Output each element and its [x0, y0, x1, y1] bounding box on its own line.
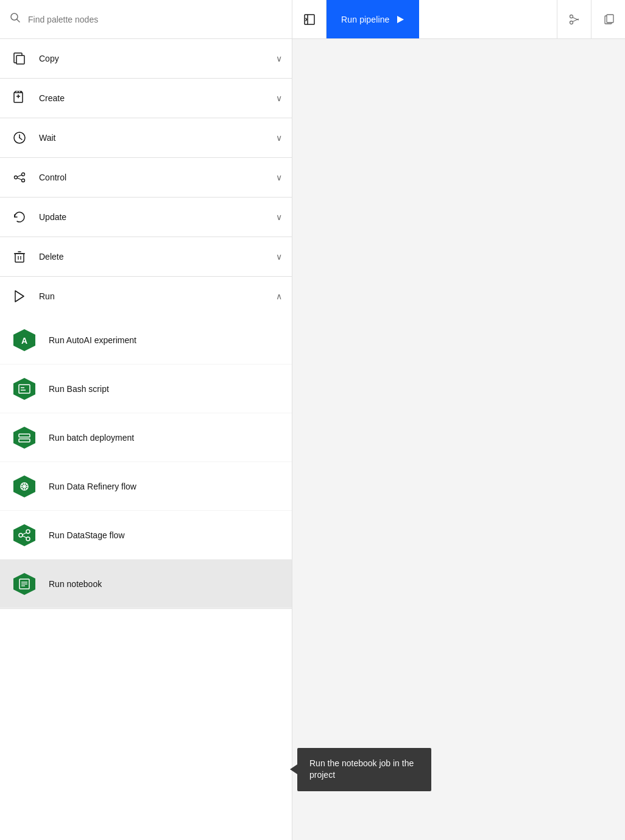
bash-node-icon [12, 377, 37, 401]
svg-line-25 [18, 178, 22, 180]
svg-line-24 [18, 175, 22, 177]
run-pipeline-button[interactable]: Run pipeline [327, 0, 419, 38]
search-area [0, 0, 292, 38]
copy-pages-button[interactable] [591, 0, 625, 38]
tooltip-box: Run the notebook job in the project [297, 748, 431, 791]
wait-chevron: ∨ [276, 133, 282, 143]
datastage-node-icon [12, 523, 37, 547]
delete-icon [10, 247, 29, 266]
svg-line-1 [17, 20, 20, 23]
category-delete-header[interactable]: Delete ∨ [0, 237, 292, 276]
category-wait: Wait ∨ [0, 118, 292, 158]
svg-rect-26 [15, 254, 24, 262]
run-autoai-item[interactable]: A Run AutoAI experiment [0, 316, 292, 365]
notebook-node-label: Run notebook [49, 579, 102, 589]
run-datastage-item[interactable]: Run DataStage flow [0, 511, 292, 560]
copy-icon [10, 49, 29, 68]
svg-text:A: A [21, 336, 27, 346]
svg-rect-12 [16, 55, 24, 64]
wait-icon [10, 128, 29, 148]
batch-node-icon [12, 425, 37, 450]
tooltip-text: Run the notebook job in the project [309, 758, 414, 780]
delete-label: Delete [39, 252, 276, 262]
bash-node-label: Run Bash script [49, 384, 109, 394]
run-icon [10, 287, 29, 306]
run-batch-item[interactable]: Run batch deployment [0, 413, 292, 462]
svg-line-20 [19, 138, 22, 140]
autoai-node-label: Run AutoAI experiment [49, 335, 136, 345]
svg-point-21 [15, 176, 18, 179]
svg-point-5 [570, 15, 573, 18]
category-update-header[interactable]: Update ∨ [0, 198, 292, 237]
tooltip-arrow [290, 764, 297, 774]
update-chevron: ∨ [276, 212, 282, 222]
svg-point-22 [22, 173, 25, 176]
wait-label: Wait [39, 133, 276, 143]
category-delete: Delete ∨ [0, 237, 292, 277]
autoai-node-icon: A [12, 328, 37, 352]
run-label: Run [39, 291, 276, 301]
canvas-area: Run the notebook job in the project [292, 39, 625, 840]
category-control: Control ∨ [0, 158, 292, 198]
search-input[interactable] [28, 15, 282, 24]
control-label: Control [39, 173, 276, 182]
category-copy: Copy ∨ [0, 39, 292, 79]
category-wait-header[interactable]: Wait ∨ [0, 118, 292, 157]
category-create-header[interactable]: Create ∨ [0, 79, 292, 118]
run-chevron: ∧ [276, 291, 282, 301]
svg-line-8 [573, 19, 579, 22]
datastage-node-label: Run DataStage flow [49, 530, 125, 540]
svg-marker-38 [13, 427, 35, 449]
copy-chevron: ∨ [276, 54, 282, 63]
create-icon [10, 88, 29, 108]
toolbar-actions [557, 0, 625, 38]
svg-rect-2 [305, 15, 314, 24]
svg-point-6 [570, 21, 573, 24]
search-icon [10, 12, 21, 26]
datarefinery-node-label: Run Data Refinery flow [49, 482, 136, 491]
main-layout: Copy ∨ Create ∨ [0, 39, 625, 840]
svg-point-23 [22, 179, 25, 182]
svg-rect-10 [607, 15, 613, 23]
scissors-button[interactable] [557, 0, 591, 38]
category-control-header[interactable]: Control ∨ [0, 158, 292, 197]
sidebar-toggle-button[interactable] [292, 0, 327, 38]
svg-marker-4 [397, 16, 404, 23]
svg-marker-47 [13, 524, 35, 546]
update-icon [10, 207, 29, 227]
create-label: Create [39, 93, 276, 103]
run-notebook-item[interactable]: Run notebook [0, 560, 292, 608]
category-run-header[interactable]: Run ∧ [0, 277, 292, 316]
copy-label: Copy [39, 54, 276, 63]
category-copy-header[interactable]: Copy ∨ [0, 39, 292, 78]
toolbar-right: Run pipeline [292, 0, 625, 38]
control-icon [10, 168, 29, 187]
notebook-node-icon [12, 572, 37, 596]
run-bash-item[interactable]: Run Bash script [0, 365, 292, 413]
palette-sidebar: Copy ∨ Create ∨ [0, 39, 292, 840]
category-create: Create ∨ [0, 79, 292, 118]
run-datarefinery-item[interactable]: Run Data Refinery flow [0, 462, 292, 511]
toolbar: Run pipeline [0, 0, 625, 39]
category-run: Run ∧ A Run AutoAI experiment [0, 277, 292, 609]
delete-chevron: ∨ [276, 252, 282, 262]
datarefinery-node-icon [12, 474, 37, 499]
run-pipeline-label: Run pipeline [341, 15, 390, 24]
svg-marker-31 [15, 291, 24, 302]
update-label: Update [39, 212, 276, 222]
batch-node-label: Run batch deployment [49, 433, 134, 443]
create-chevron: ∨ [276, 93, 282, 103]
run-sub-items: A Run AutoAI experiment [0, 316, 292, 608]
svg-marker-34 [13, 378, 35, 400]
control-chevron: ∨ [276, 173, 282, 182]
category-update: Update ∨ [0, 198, 292, 237]
